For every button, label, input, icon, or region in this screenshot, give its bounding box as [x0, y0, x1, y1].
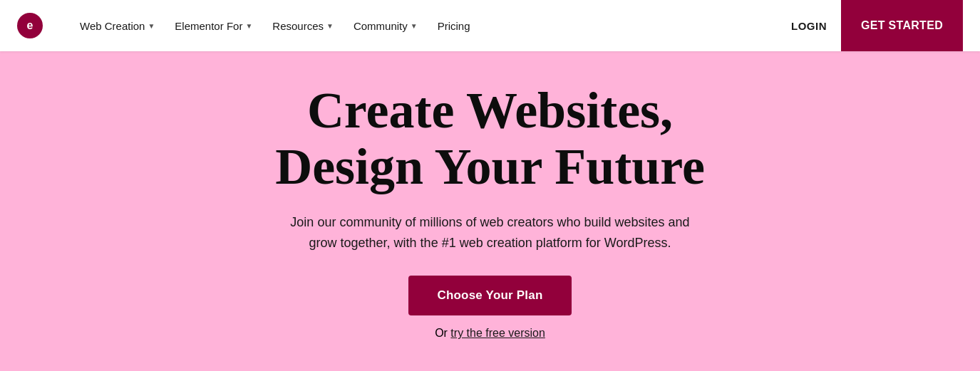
chevron-down-icon: ▼	[148, 22, 155, 30]
logo-icon: e	[17, 13, 43, 38]
hero-section: Create Websites, Design Your Future Join…	[0, 51, 980, 371]
nav-label-elementor-for: Elementor For	[175, 20, 242, 32]
logo[interactable]: e	[17, 13, 43, 38]
nav-item-pricing[interactable]: Pricing	[429, 14, 479, 38]
navbar: e Web Creation ▼ Elementor For ▼ Resourc…	[0, 0, 980, 51]
nav-links: Web Creation ▼ Elementor For ▼ Resources…	[71, 14, 777, 38]
get-started-button[interactable]: GET STARTED	[841, 0, 963, 51]
nav-actions: LOGIN GET STARTED	[777, 0, 963, 51]
nav-label-pricing: Pricing	[438, 20, 470, 32]
hero-title: Create Websites, Design Your Future	[275, 83, 705, 195]
hero-title-line2: Design Your Future	[275, 138, 705, 195]
logo-letter: e	[27, 19, 33, 32]
nav-item-web-creation[interactable]: Web Creation ▼	[71, 14, 163, 38]
login-button[interactable]: LOGIN	[777, 13, 841, 39]
free-version-link[interactable]: try the free version	[450, 327, 545, 339]
nav-item-community[interactable]: Community ▼	[345, 14, 426, 38]
chevron-down-icon: ▼	[326, 22, 334, 30]
nav-label-community: Community	[354, 20, 408, 32]
nav-label-web-creation: Web Creation	[80, 20, 145, 32]
nav-label-resources: Resources	[272, 20, 324, 32]
nav-item-resources[interactable]: Resources ▼	[264, 14, 342, 38]
chevron-down-icon: ▼	[411, 22, 418, 30]
free-version-prefix: Or	[435, 327, 450, 339]
free-version-row: Or try the free version	[435, 327, 545, 340]
hero-subtitle: Join our community of millions of web cr…	[277, 212, 704, 254]
nav-item-elementor-for[interactable]: Elementor For ▼	[166, 14, 261, 38]
hero-title-line1: Create Websites,	[307, 82, 673, 139]
chevron-down-icon: ▼	[245, 22, 252, 30]
choose-plan-button[interactable]: Choose Your Plan	[408, 276, 571, 315]
